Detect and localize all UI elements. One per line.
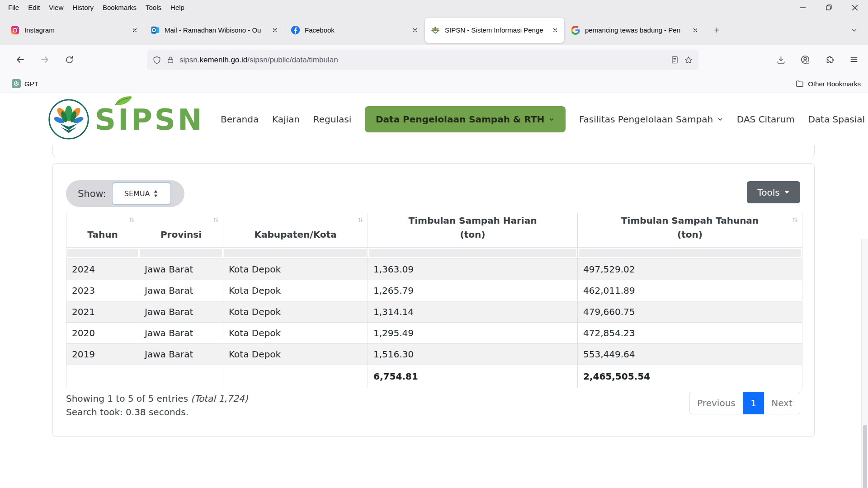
menu-view[interactable]: View	[44, 2, 68, 13]
tab-close-button[interactable]	[129, 25, 140, 36]
tab-sipsn-sistem-informasi-penge[interactable]: SIPSN - Sistem Informasi Penge	[425, 18, 564, 43]
sort-icon	[212, 216, 219, 223]
filter-cell-timbulan-sampah-tahunan	[578, 248, 802, 259]
table-cell: Jawa Barat	[139, 301, 223, 323]
column-header-provinsi[interactable]: Provinsi	[139, 213, 223, 248]
google-favicon-icon	[571, 25, 580, 35]
back-button[interactable]	[13, 52, 28, 67]
nav-item-beranda[interactable]: Beranda	[221, 114, 259, 125]
table-cell: Kota Depok	[223, 259, 368, 280]
column-filter-input[interactable]	[67, 249, 138, 257]
filter-cell-provinsi	[139, 248, 223, 259]
table-cell: Kota Depok	[223, 280, 368, 301]
table-cell: 1,314.14	[368, 301, 578, 323]
lock-icon[interactable]	[166, 56, 175, 64]
menu-file[interactable]: File	[4, 2, 24, 13]
scrollbar-track[interactable]	[861, 239, 868, 488]
column-header-timbulan-sampah-tahunan[interactable]: Timbulan Sampah Tahunan(ton)	[578, 213, 802, 248]
nav-item-regulasi[interactable]: Regulasi	[313, 114, 351, 125]
nav-item-label: DAS Citarum	[737, 114, 795, 125]
site-logo-text[interactable]: SIPSN	[95, 103, 204, 136]
download-button[interactable]	[773, 52, 788, 67]
show-entries-select[interactable]: SEMUA	[112, 182, 171, 205]
chevron-down-icon	[548, 117, 555, 122]
column-header-kabupaten-kota[interactable]: Kabupaten/Kota	[223, 213, 368, 248]
tab-close-button[interactable]	[550, 25, 561, 36]
nav-item-das-citarum[interactable]: DAS Citarum	[737, 114, 795, 125]
column-filter-input[interactable]	[224, 249, 367, 257]
tab-title: Mail - Ramadhan Wibisono - Ou	[165, 26, 269, 34]
toolbar-right-icons	[773, 52, 862, 67]
bookmark-star-icon[interactable]	[684, 56, 693, 65]
scrollbar-thumb[interactable]	[863, 425, 867, 488]
tab-title: pemancing tewas badung - Pen	[585, 26, 690, 34]
table-cell: Kota Depok	[223, 323, 368, 344]
reload-button[interactable]	[61, 52, 77, 67]
facebook-favicon-icon	[290, 25, 300, 35]
profile-icon	[800, 55, 810, 65]
close-window-button[interactable]	[842, 0, 868, 15]
profile-button[interactable]	[797, 52, 813, 67]
minimize-icon	[800, 5, 806, 10]
tab-close-button[interactable]	[690, 25, 701, 36]
restore-window-button[interactable]	[816, 0, 842, 15]
table-row: 2020Jawa BaratKota Depok1,295.49472,854.…	[66, 323, 802, 344]
menu-bookmarks[interactable]: Bookmarks	[98, 2, 141, 13]
table-cell: 479,660.75	[578, 301, 802, 323]
extensions-button[interactable]	[822, 52, 837, 67]
bookmark-gpt[interactable]: GPT	[9, 78, 41, 89]
nav-item-data-spasial[interactable]: Data Spasial	[808, 114, 865, 125]
column-filter-input[interactable]	[579, 249, 801, 257]
menu-tools[interactable]: Tools	[141, 2, 166, 13]
site-header: SIPSN BerandaKajianRegulasiData Pengelol…	[0, 93, 868, 146]
url-text: sipsn.kemenlh.go.id/sipsn/public/data/ti…	[179, 56, 665, 65]
menu-button[interactable]	[846, 52, 862, 67]
column-filter-input[interactable]	[369, 249, 576, 257]
nav-item-data-pengelolaan-sampah-rth[interactable]: Data Pengelolaan Sampah & RTH	[365, 106, 566, 132]
nav-item-fasilitas-pengelolaan-sampah[interactable]: Fasilitas Pengelolaan Sampah	[579, 114, 723, 125]
list-all-tabs-button[interactable]	[846, 22, 862, 38]
table-cell: 1,516.30	[368, 344, 578, 365]
totals-row: 6,754.812,465,505.54	[66, 365, 802, 388]
show-select-value: SEMUA	[124, 189, 150, 198]
tools-button[interactable]: Tools	[747, 181, 800, 203]
table-cell: Jawa Barat	[139, 323, 223, 344]
showing-entries-text: Showing 1 to 5 of 5 entries	[66, 393, 188, 404]
table-row: 2021Jawa BaratKota Depok1,314.14479,660.…	[66, 301, 802, 323]
tab-close-button[interactable]	[410, 25, 420, 36]
reader-view-icon[interactable]	[670, 56, 679, 64]
tab-strip: InstagramMail - Ramadhan Wibisono - OuFa…	[5, 15, 724, 45]
new-tab-button[interactable]	[709, 23, 724, 38]
nav-item-label: Fasilitas Pengelolaan Sampah	[579, 114, 713, 125]
pagination: Previous 1 Next	[689, 392, 800, 414]
menu-edit[interactable]: Edit	[24, 2, 44, 13]
forward-arrow-icon	[39, 54, 50, 65]
download-icon	[776, 55, 786, 65]
page-content: Show: SEMUA Tools TahunProvinsiKabupaten…	[0, 145, 868, 488]
column-filter-input[interactable]	[140, 249, 222, 257]
pagination-page-1-button[interactable]: 1	[743, 392, 764, 414]
column-header-tahun[interactable]: Tahun	[66, 213, 139, 248]
pagination-previous-button[interactable]: Previous	[689, 392, 743, 414]
navigation-toolbar: sipsn.kemenlh.go.id/sipsn/public/data/ti…	[0, 45, 868, 75]
tab-instagram[interactable]: Instagram	[5, 18, 144, 43]
nav-item-kajian[interactable]: Kajian	[272, 114, 300, 125]
pagination-next-button[interactable]: Next	[764, 392, 800, 414]
url-bar[interactable]: sipsn.kemenlh.go.id/sipsn/public/data/ti…	[147, 50, 698, 70]
tab-facebook[interactable]: Facebook	[285, 18, 424, 43]
shield-icon[interactable]	[152, 56, 161, 65]
tab-mail-ramadhan-wibisono-ou[interactable]: Mail - Ramadhan Wibisono - Ou	[145, 18, 284, 43]
minimize-window-button[interactable]	[789, 0, 816, 15]
other-bookmarks-button[interactable]: Other Bookmarks	[795, 79, 861, 88]
ministry-emblem-logo[interactable]	[48, 99, 90, 140]
menu-history[interactable]: History	[68, 2, 98, 13]
menu-help[interactable]: Help	[166, 2, 189, 13]
tab-close-button[interactable]	[269, 25, 280, 36]
table-row: 2024Jawa BaratKota Depok1,363.09497,529.…	[66, 259, 802, 280]
tab-pemancing-tewas-badung-pen[interactable]: pemancing tewas badung - Pen	[565, 18, 704, 43]
forward-button[interactable]	[37, 52, 52, 67]
table-cell: 2021	[66, 301, 139, 323]
nav-item-label: Regulasi	[313, 114, 351, 125]
tab-title: Facebook	[305, 26, 410, 34]
leaf-icon	[112, 94, 133, 108]
